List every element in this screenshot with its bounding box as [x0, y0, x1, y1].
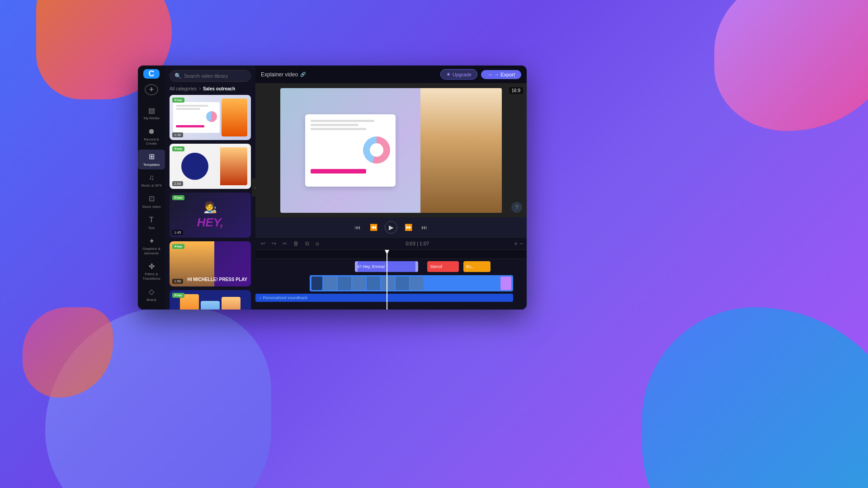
brand-icon: ◇: [147, 287, 156, 296]
timeline-playhead[interactable]: [387, 250, 387, 310]
template-5-person3: [222, 297, 241, 310]
bg-decoration-3: [45, 307, 271, 488]
duration-3: 1:45: [172, 230, 183, 235]
sidebar-item-text[interactable]: T Text: [138, 213, 165, 233]
step-forward-icon: ⏩: [405, 224, 412, 231]
export-button[interactable]: → → Export: [481, 70, 521, 79]
sidebar-label-record-create: Record & Create: [140, 137, 163, 146]
music-sfx-icon: ♫: [147, 173, 156, 182]
sidebar-item-record-create[interactable]: ⏺ Record & Create: [138, 124, 165, 149]
sidebar-item-user[interactable]: 👤 en-US: [145, 309, 162, 310]
delete-button[interactable]: 🗑: [292, 239, 301, 248]
search-bar: 🔍: [165, 66, 255, 84]
project-title-text: Explainer video: [261, 71, 298, 78]
breadcrumb: All categories > Sales outreach: [165, 84, 255, 95]
project-title: Explainer video 🔗: [261, 71, 306, 78]
bu-clip[interactable]: Bu...: [463, 261, 491, 272]
arrow-right-icon: →: [487, 72, 492, 77]
stock-video-icon: ⊡: [147, 194, 156, 203]
template-item-4[interactable]: HI MICHELLE! PRESS PLAY Free 1:50: [170, 241, 251, 286]
help-button[interactable]: ?: [511, 202, 522, 213]
template-4-text: HI MICHELLE! PRESS PLAY: [188, 277, 247, 283]
playback-controls: ⏮ ⏪ ▶ ⏩ ⏭: [255, 217, 527, 237]
template-3-character: 🧑‍🎨: [203, 201, 217, 214]
template-item-3[interactable]: 🧑‍🎨 HEY, Free 1:45: [170, 192, 251, 238]
skip-to-start-button[interactable]: ⏮: [353, 222, 363, 233]
video-track: [255, 274, 527, 292]
undo-button[interactable]: ↩: [259, 239, 267, 248]
duration-4: 1:50: [172, 279, 183, 284]
main-content: Explainer video 🔗 ★ Upgrade → → Export: [255, 66, 527, 310]
template-item-1[interactable]: Free 1:30: [170, 95, 251, 140]
music-note-icon: ♪: [259, 296, 261, 300]
bg-decoration-4: [642, 307, 868, 488]
search-input[interactable]: [184, 73, 246, 79]
templates-icon: ⊞: [147, 152, 156, 161]
sidebar-item-graphics[interactable]: ✦ Graphics & elements: [138, 234, 165, 258]
sidebar-item-my-media[interactable]: ▤ My Media: [138, 103, 165, 123]
video-preview: 16:9 ?: [255, 84, 527, 217]
timeline-content: 🏷 Hey, Emma! Stencil Bu...: [255, 250, 527, 310]
total-time: 1:07: [420, 241, 429, 246]
sidebar: C + ▤ My Media ⏺ Record & Create ⊞ Templ…: [138, 66, 165, 310]
text-clip-label: 🏷 Hey, Emma!: [358, 264, 385, 269]
clip-handle-left[interactable]: [355, 261, 358, 272]
copy-button[interactable]: ⧉: [303, 239, 311, 248]
search-icon: 🔍: [175, 73, 181, 79]
timeline-time: 0:03 | 1:07: [324, 241, 511, 246]
help-icon: ?: [515, 204, 519, 211]
video-person-area: [420, 88, 502, 213]
video-track-clip[interactable]: [310, 275, 513, 291]
step-forward-button[interactable]: ⏩: [403, 222, 414, 233]
timeline-tracks: 🏷 Hey, Emma! Stencil Bu...: [255, 260, 527, 310]
play-pause-button[interactable]: ▶: [385, 221, 397, 234]
sidebar-label-my-media: My Media: [144, 116, 160, 121]
video-thumb-5: [381, 277, 395, 290]
sidebar-label-brand: Brand: [146, 298, 156, 302]
zoom-in-button[interactable]: +: [514, 240, 518, 247]
clip-handle-right[interactable]: [415, 261, 418, 272]
step-back-button[interactable]: ⏪: [368, 222, 379, 233]
duration-1: 1:30: [172, 132, 183, 137]
video-thumb-1: [323, 277, 337, 290]
aspect-ratio-badge: 16:9: [509, 87, 523, 94]
free-badge-2: Free: [172, 146, 184, 151]
sidebar-item-filters[interactable]: ✤ Filters & Transitions: [138, 259, 165, 283]
skip-to-end-button[interactable]: ⏭: [420, 222, 429, 233]
skip-forward-icon: ⏭: [421, 224, 428, 231]
search-input-wrap[interactable]: 🔍: [170, 70, 251, 82]
add-button[interactable]: +: [145, 84, 158, 95]
upgrade-button[interactable]: ★ Upgrade: [440, 69, 477, 80]
sidebar-item-templates[interactable]: ⊞ Templates: [138, 150, 165, 170]
zoom-out-button[interactable]: −: [519, 240, 523, 247]
cut-button[interactable]: ✂: [281, 239, 289, 248]
stencil-clip[interactable]: Stencil: [427, 261, 459, 272]
sidebar-item-music-sfx[interactable]: ♫ Music & SFX: [138, 170, 165, 191]
upgrade-label: Upgrade: [453, 72, 472, 77]
paste-button[interactable]: ⧈: [314, 239, 321, 248]
sidebar-label-templates: Templates: [143, 163, 160, 167]
play-icon: ▶: [389, 224, 394, 231]
video-thumb-7: [410, 277, 424, 290]
breadcrumb-separator: >: [198, 86, 201, 91]
template-item-2[interactable]: Free 2:00: [170, 144, 251, 189]
top-bar: Explainer video 🔗 ★ Upgrade → → Export: [255, 66, 527, 84]
template-3-text: HEY,: [197, 216, 223, 230]
graphics-icon: ✦: [147, 236, 156, 245]
timeline-zoom: + −: [514, 240, 523, 247]
free-badge-5: Free: [172, 293, 184, 298]
filters-icon: ✤: [147, 262, 156, 271]
sidebar-label-filters: Filters & Transitions: [140, 272, 163, 281]
link-icon: 🔗: [300, 72, 306, 77]
sidebar-item-stock-video[interactable]: ⊡ Stock video: [138, 192, 165, 212]
sidebar-label-graphics: Graphics & elements: [140, 247, 163, 255]
audio-clip[interactable]: ♪ Personalized soundtrack: [255, 294, 513, 302]
timeline-area: ↩ ↪ ✂ 🗑 ⧉ ⧈ 0:03 | 1:07 + −: [255, 237, 527, 310]
sidebar-item-brand[interactable]: ◇ Brand: [138, 285, 165, 305]
breadcrumb-all-categories[interactable]: All categories: [170, 86, 197, 91]
panel-collapse-btn[interactable]: ‹: [252, 178, 259, 197]
audio-clip-label: Personalized soundtrack: [263, 296, 308, 300]
free-badge-4: Free: [172, 244, 184, 249]
redo-button[interactable]: ↪: [270, 239, 278, 248]
template-item-5[interactable]: Free 2:15: [170, 290, 251, 310]
